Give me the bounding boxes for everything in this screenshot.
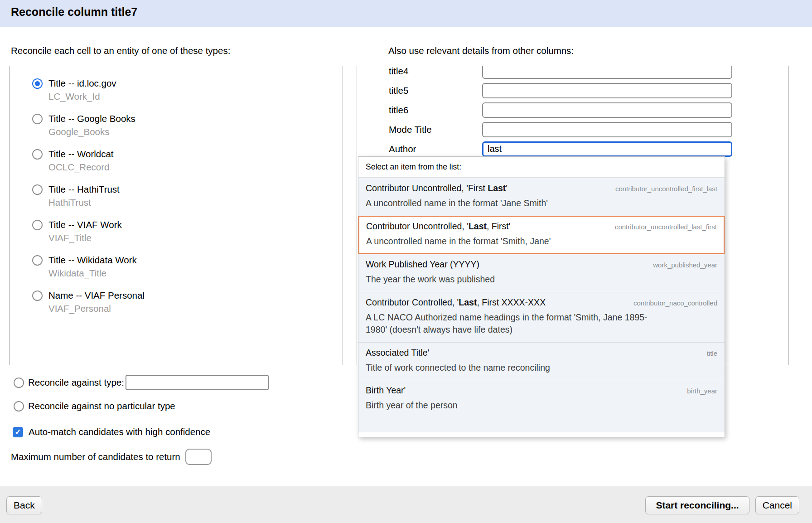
suggest-item-title: Associated Title' bbox=[366, 348, 429, 358]
column-label: Mode Title bbox=[389, 124, 482, 135]
type-option-hathitrust[interactable]: Title -- HathiTrust HathiTrust bbox=[32, 184, 343, 208]
max-candidates-label: Maximum number of candidates to return bbox=[11, 451, 180, 462]
suggest-item-contributor-uncontrolled-first-last[interactable]: Contributor Uncontrolled, 'First Last' c… bbox=[358, 178, 725, 216]
suggest-item-title: Birth Year' bbox=[366, 385, 406, 396]
radio-icon[interactable] bbox=[32, 114, 43, 124]
suggest-item-description: A uncontrolled name in the format 'Jane … bbox=[366, 197, 656, 209]
column-row-title6: title6 bbox=[357, 100, 788, 120]
suggest-item-description: The year the work was published bbox=[366, 273, 656, 286]
type-label: Title -- Google Books bbox=[48, 113, 135, 124]
type-service-id: Google_Books bbox=[48, 126, 343, 137]
type-option-viaf-personal[interactable]: Name -- VIAF Personal VIAF_Personal bbox=[32, 290, 343, 314]
type-service-id: HathiTrust bbox=[48, 197, 343, 208]
type-label: Title -- HathiTrust bbox=[48, 184, 120, 195]
radio-icon[interactable] bbox=[32, 149, 43, 160]
column-detail-input-title4[interactable] bbox=[482, 66, 732, 79]
type-label: Name -- VIAF Personal bbox=[48, 290, 145, 301]
type-label: Title -- VIAF Work bbox=[48, 219, 122, 230]
other-columns-heading: Also use relevant details from other col… bbox=[388, 45, 574, 56]
suggest-item-code: birth_year bbox=[687, 387, 717, 395]
type-service-id: VIAF_Title bbox=[48, 232, 343, 243]
suggest-item-description: Title of work connected to the name reco… bbox=[366, 362, 656, 374]
type-service-id: Wikidata_Title bbox=[48, 268, 343, 279]
back-button[interactable]: Back bbox=[6, 496, 42, 514]
suggest-item-title: Contributor Uncontrolled, 'First Last' bbox=[366, 183, 508, 194]
types-heading: Reconcile each cell to an entity of one … bbox=[11, 45, 230, 56]
suggest-item-contributor-naco-controlled[interactable]: Contributor Controlled, 'Last, First XXX… bbox=[358, 292, 725, 342]
radio-icon[interactable] bbox=[14, 378, 24, 388]
suggest-item-title: Contributor Uncontrolled, 'Last, First' bbox=[366, 221, 511, 232]
column-detail-input-author[interactable] bbox=[482, 141, 732, 157]
reconcile-type-input[interactable] bbox=[126, 375, 269, 390]
suggest-item-code: contributor_uncontrolled_first_last bbox=[615, 185, 717, 193]
auto-match-option[interactable]: ✓ Auto-match candidates with high confid… bbox=[13, 426, 210, 437]
suggest-item-description: Birth year of the person bbox=[366, 399, 656, 412]
type-service-id: LC_Work_Id bbox=[48, 91, 343, 102]
reconcile-no-type-option[interactable]: Reconcile against no particular type bbox=[14, 401, 175, 412]
start-reconciling-button[interactable]: Start reconciling... bbox=[645, 496, 749, 514]
suggest-item-birth-year[interactable]: Birth Year' birth_year Birth year of the… bbox=[358, 380, 725, 432]
column-row-title5: title5 bbox=[357, 81, 788, 100]
suggest-dropdown-header: Select an item from the list: bbox=[358, 157, 725, 178]
type-option-google-books[interactable]: Title -- Google Books Google_Books bbox=[32, 113, 343, 137]
dialog-footer: Back Start reconciling... Cancel bbox=[0, 486, 812, 523]
column-label: title5 bbox=[389, 85, 482, 96]
reconcile-against-type-option: Reconcile against type: bbox=[14, 375, 269, 390]
column-row-title4: title4 bbox=[357, 66, 788, 81]
column-label: title6 bbox=[389, 105, 482, 116]
suggest-item-code: title bbox=[707, 349, 717, 357]
dialog-title: Reconcile column title7 bbox=[0, 0, 812, 19]
radio-icon[interactable] bbox=[14, 401, 24, 412]
dialog-header: Reconcile column title7 bbox=[0, 0, 812, 27]
suggest-item-title: Work Published Year (YYYY) bbox=[366, 259, 479, 270]
type-service-id: VIAF_Personal bbox=[48, 303, 343, 314]
suggest-item-description: A uncontrolled name in the format 'Smith… bbox=[366, 235, 656, 247]
suggest-item-code: work_published_year bbox=[653, 261, 717, 269]
type-label: Title -- Worldcat bbox=[48, 149, 114, 160]
checkbox-checked-icon[interactable]: ✓ bbox=[13, 427, 23, 437]
column-detail-input-title5[interactable] bbox=[482, 83, 732, 98]
max-candidates-input[interactable] bbox=[185, 449, 212, 465]
radio-icon[interactable] bbox=[32, 220, 43, 230]
max-candidates-option: Maximum number of candidates to return bbox=[11, 449, 212, 465]
radio-icon[interactable] bbox=[32, 184, 43, 195]
column-detail-input-title6[interactable] bbox=[482, 102, 732, 118]
type-service-id: OCLC_Record bbox=[48, 162, 343, 173]
type-option-lc-work-id[interactable]: Title -- id.loc.gov LC_Work_Id bbox=[32, 78, 343, 102]
types-panel: Title -- id.loc.gov LC_Work_Id Title -- … bbox=[9, 66, 343, 365]
column-row-mode-title: Mode Title bbox=[357, 120, 788, 139]
type-option-worldcat[interactable]: Title -- Worldcat OCLC_Record bbox=[32, 149, 343, 173]
cancel-button[interactable]: Cancel bbox=[755, 496, 799, 514]
suggest-item-associated-title[interactable]: Associated Title' title Title of work co… bbox=[358, 342, 725, 380]
suggest-item-contributor-uncontrolled-last-first[interactable]: Contributor Uncontrolled, 'Last, First' … bbox=[358, 216, 725, 254]
radio-icon[interactable] bbox=[32, 291, 43, 301]
suggest-item-code: contributor_naco_controlled bbox=[633, 299, 717, 307]
type-label: Title -- Wikidata Work bbox=[48, 255, 137, 266]
suggest-item-description: A LC NACO Authorized name headings in th… bbox=[366, 311, 656, 336]
types-list: Title -- id.loc.gov LC_Work_Id Title -- … bbox=[10, 66, 343, 314]
suggest-item-title: Contributor Controlled, 'Last, First XXX… bbox=[366, 297, 546, 308]
column-row-author: Author bbox=[357, 139, 788, 159]
type-option-viaf-work[interactable]: Title -- VIAF Work VIAF_Title bbox=[32, 219, 343, 243]
column-label: title4 bbox=[389, 66, 482, 77]
type-label: Title -- id.loc.gov bbox=[48, 78, 116, 89]
radio-selected-icon[interactable] bbox=[32, 78, 43, 89]
reconcile-against-type-label: Reconcile against type: bbox=[28, 377, 124, 388]
type-option-wikidata-work[interactable]: Title -- Wikidata Work Wikidata_Title bbox=[32, 255, 343, 279]
column-detail-input-mode-title[interactable] bbox=[482, 122, 732, 137]
suggest-item-code: contributor_uncontrolled_last_first bbox=[615, 223, 717, 231]
suggest-item-work-published-year[interactable]: Work Published Year (YYYY) work_publishe… bbox=[358, 254, 725, 292]
auto-match-label: Auto-match candidates with high confiden… bbox=[29, 426, 210, 437]
reconcile-no-type-label: Reconcile against no particular type bbox=[28, 401, 175, 412]
suggest-dropdown: Select an item from the list: Contributo… bbox=[358, 156, 725, 437]
radio-icon[interactable] bbox=[32, 255, 43, 266]
column-label: Author bbox=[389, 144, 482, 155]
